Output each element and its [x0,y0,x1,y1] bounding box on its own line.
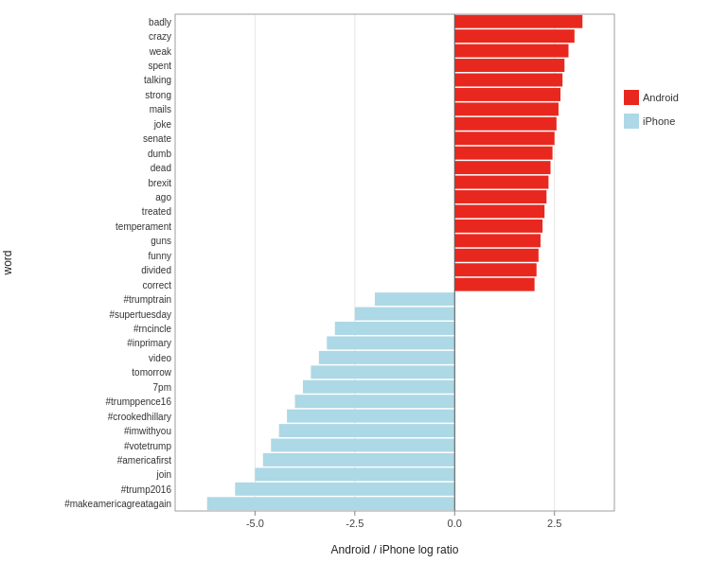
svg-rect-85 [624,90,639,105]
svg-text:Android: Android [643,92,679,103]
svg-rect-23 [454,88,560,101]
svg-text:ago: ago [155,192,171,202]
svg-rect-67 [287,410,454,423]
svg-rect-69 [279,424,455,437]
svg-text:iPhone: iPhone [643,115,675,127]
svg-rect-31 [454,147,552,160]
svg-text:#makeamericagreatagain: #makeamericagreatagain [64,499,171,509]
svg-rect-43 [454,234,541,247]
svg-text:dead: dead [151,163,171,173]
svg-rect-63 [303,380,454,394]
svg-text:2.5: 2.5 [547,518,561,529]
svg-rect-45 [454,249,539,262]
chart-svg: -5.0-2.50.02.5badlycrazyweakspenttalking… [0,0,728,563]
svg-rect-37 [454,190,546,203]
svg-text:#americafirst: #americafirst [117,455,171,466]
svg-text:#imwithyou: #imwithyou [124,426,171,436]
svg-rect-55 [335,322,455,335]
svg-rect-17 [454,44,568,58]
svg-rect-59 [319,351,454,364]
svg-rect-15 [454,29,575,43]
svg-rect-75 [255,467,454,481]
svg-text:video: video [149,353,171,363]
svg-text:#votetrump: #votetrump [124,441,171,451]
svg-rect-65 [295,395,455,408]
svg-rect-53 [355,308,454,321]
svg-text:word: word [1,250,14,275]
svg-text:brexit: brexit [149,178,172,188]
svg-text:senate: senate [143,133,171,144]
svg-text:guns: guns [151,236,171,246]
svg-text:funny: funny [149,251,171,261]
svg-text:#trumppence16: #trumppence16 [106,396,172,407]
svg-text:treated: treated [142,206,171,217]
svg-rect-49 [454,278,534,291]
svg-text:temperament: temperament [115,221,171,232]
svg-text:tomorrow: tomorrow [132,367,171,378]
svg-text:dumb: dumb [148,149,171,159]
svg-rect-79 [207,497,455,510]
svg-text:strong: strong [145,90,171,100]
svg-rect-33 [454,161,550,174]
svg-text:spent: spent [149,61,172,71]
svg-text:#inprimary: #inprimary [127,338,171,348]
svg-text:#crookedhillary: #crookedhillary [108,412,171,422]
svg-text:weak: weak [149,46,172,57]
svg-text:#trumptrain: #trumptrain [123,294,171,305]
svg-text:crazy: crazy [149,31,171,42]
svg-rect-13 [454,15,582,28]
svg-text:-5.0: -5.0 [246,518,264,529]
svg-text:mails: mails [150,104,171,114]
svg-text:join: join [155,469,171,480]
svg-text:joke: joke [153,119,172,130]
svg-rect-19 [454,59,564,72]
svg-text:divided: divided [141,265,171,275]
svg-text:correct: correct [142,280,171,290]
svg-text:#rncincle: #rncincle [133,324,171,334]
svg-rect-61 [311,365,454,378]
svg-text:badly: badly [149,17,171,27]
svg-text:#supertuesday: #supertuesday [109,309,171,320]
svg-rect-29 [454,132,554,145]
svg-rect-21 [454,74,562,87]
svg-rect-71 [271,439,454,452]
svg-rect-25 [454,102,559,115]
chart-container: -5.0-2.50.02.5badlycrazyweakspenttalking… [0,0,728,563]
svg-rect-77 [235,483,454,496]
svg-rect-47 [454,263,536,276]
svg-rect-27 [454,117,557,131]
svg-text:0.0: 0.0 [448,518,462,529]
svg-text:7pm: 7pm [153,382,171,393]
svg-rect-35 [454,176,548,189]
svg-rect-39 [454,204,544,218]
svg-rect-51 [375,292,454,306]
svg-text:talking: talking [144,75,171,85]
svg-rect-87 [624,114,639,129]
svg-text:#trump2016: #trump2016 [121,484,172,495]
svg-rect-73 [263,453,454,466]
svg-text:Android / iPhone log ratio: Android / iPhone log ratio [331,543,459,556]
svg-rect-41 [454,220,542,233]
svg-rect-57 [327,336,454,349]
svg-text:-2.5: -2.5 [346,518,364,529]
